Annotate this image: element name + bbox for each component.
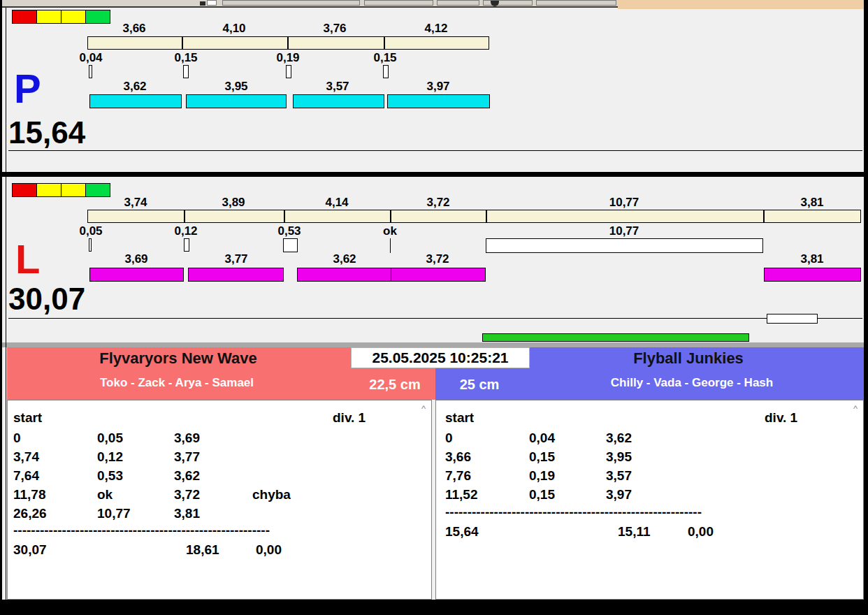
cell-start: 0,12 <box>97 449 123 465</box>
segment-divider <box>486 210 487 223</box>
status-box <box>767 314 818 324</box>
cell-split: 0 <box>445 430 453 446</box>
light-yellow <box>61 183 86 197</box>
rerun-box <box>486 238 763 253</box>
cell-note: chyba <box>252 487 291 502</box>
split-time: 3,76 <box>300 22 370 35</box>
table-division-label: div. 1 <box>333 410 366 426</box>
toolbar-bottom-edge <box>0 6 618 8</box>
table-division-label: div. 1 <box>765 410 797 426</box>
light-yellow <box>36 183 62 197</box>
split-time: 3,72 <box>403 196 473 209</box>
cell-split: 3,74 <box>13 449 39 465</box>
cell-start: 10,77 <box>97 506 131 521</box>
team-members-left: Toko - Zack - Arya - Samael <box>37 376 317 390</box>
start-time: 0,19 <box>253 51 323 64</box>
jump-height-left: 22,5 cm <box>353 377 437 393</box>
flyball-timing-screen: 3,66 4,10 3,76 4,12 0,04 0,15 0,19 0,15 … <box>0 0 868 615</box>
results-panel-right: start div. 1 ^ 0 0,04 3,62 3,66 0,15 3,9… <box>435 400 864 600</box>
start-time: 0,12 <box>151 224 221 238</box>
segment-divider <box>184 210 185 223</box>
cell-dog: 3,72 <box>174 487 200 502</box>
toolbar-glyph-icon <box>200 1 205 6</box>
dog-time: 3,97 <box>403 80 473 93</box>
dog-bar <box>89 94 182 108</box>
split-time: 4,14 <box>302 196 372 209</box>
toolbar-button[interactable] <box>364 0 433 6</box>
cell-start: 0,05 <box>97 430 123 446</box>
dog-bar <box>186 94 287 108</box>
total-dog-sum: 15,11 <box>618 524 651 540</box>
start-tick <box>89 65 92 78</box>
separator-band <box>0 342 868 347</box>
toolbar-button[interactable] <box>437 0 479 6</box>
cell-start: 0,04 <box>529 430 555 446</box>
fault-box <box>283 238 298 252</box>
table-start-label: start <box>445 410 474 426</box>
start-lights-p <box>13 10 110 24</box>
cell-start: ok <box>97 487 113 502</box>
start-tick <box>383 65 389 78</box>
bottom-black-bar <box>0 600 868 615</box>
split-time: 4,12 <box>401 22 471 35</box>
cell-dog: 3,62 <box>606 430 632 446</box>
split-time: 4,10 <box>199 22 269 35</box>
dog-bar <box>391 268 486 282</box>
lane-total-l: 30,07 <box>8 284 85 314</box>
progress-bar-green <box>482 333 749 342</box>
inner-border-line <box>6 8 6 600</box>
table-separator: ----------------------------------------… <box>13 523 270 538</box>
scroll-up-arrow[interactable]: ^ <box>421 403 426 414</box>
lane-separator-line <box>8 318 862 319</box>
start-tick <box>183 65 189 78</box>
toolbar-button[interactable] <box>222 0 360 6</box>
table-separator: ----------------------------------------… <box>445 505 702 520</box>
cell-start: 0,19 <box>529 468 555 484</box>
team-name-right: Flyball Junkies <box>545 349 832 368</box>
dog-time: 3,62 <box>100 80 170 93</box>
jump-height-right: 25 cm <box>444 377 514 393</box>
light-red <box>12 183 37 197</box>
results-panel-left: start div. 1 ^ 0 0,05 3,69 3,74 0,12 3,7… <box>7 400 432 600</box>
dog-time: 3,57 <box>303 80 372 93</box>
split-time: 10,77 <box>589 196 659 209</box>
segment-divider <box>763 210 765 223</box>
dog-bar <box>293 94 384 108</box>
total-penalty: 0,00 <box>688 524 714 540</box>
clock-display: 25.05.2025 10:25:21 <box>351 347 530 368</box>
start-time: 0,04 <box>56 51 126 64</box>
segment-divider <box>284 210 285 223</box>
start-lights-l <box>13 183 110 197</box>
window-border-left <box>0 0 2 615</box>
ok-tick <box>390 238 391 253</box>
light-red <box>12 10 37 24</box>
split-time: 3,89 <box>198 196 268 209</box>
dog-time: 3,95 <box>201 80 271 93</box>
total-penalty: 0,00 <box>256 542 282 558</box>
cell-split: 11,52 <box>445 487 478 502</box>
cell-split: 11,78 <box>13 487 46 502</box>
dog-bar <box>89 268 184 282</box>
lane-total-p: 15,64 <box>8 117 85 148</box>
toolbar-tan-block <box>618 0 865 9</box>
lane-separator-line <box>8 150 862 151</box>
cell-dog: 3,77 <box>174 449 200 465</box>
start-flag-ok: ok <box>355 224 425 238</box>
split-bar-p <box>87 36 489 50</box>
toolbar-button[interactable] <box>207 0 217 6</box>
total-time: 15,64 <box>445 524 479 540</box>
cell-dog: 3,95 <box>606 449 632 465</box>
light-yellow <box>36 10 62 24</box>
split-bar-l <box>87 210 861 223</box>
cell-dog: 3,69 <box>174 430 200 446</box>
segment-divider <box>287 36 289 50</box>
toolbar-button[interactable] <box>536 0 616 6</box>
split-time: 3,81 <box>777 196 847 209</box>
dog-bar <box>188 268 284 282</box>
cell-split: 3,66 <box>445 449 471 465</box>
cell-start: 0,15 <box>529 449 555 465</box>
segment-divider <box>182 36 183 50</box>
dog-bar <box>387 94 490 108</box>
scroll-up-arrow[interactable]: ^ <box>853 403 858 414</box>
start-time: 0,05 <box>56 224 126 238</box>
